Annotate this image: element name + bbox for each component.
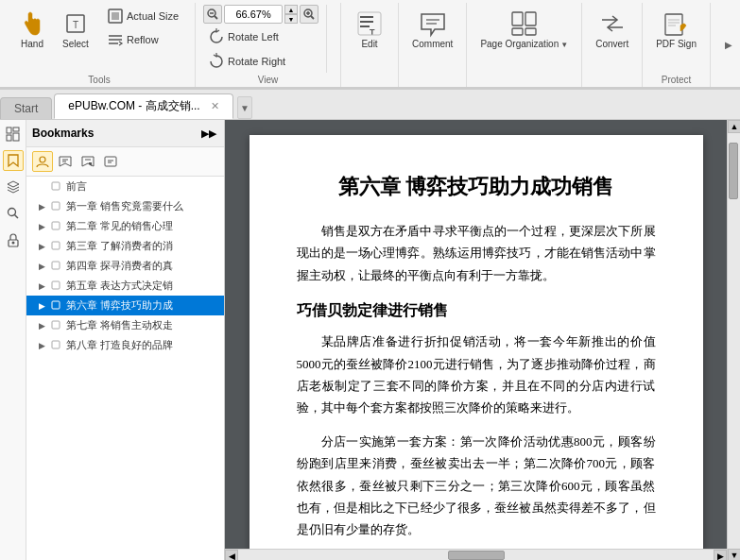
actual-size-button[interactable]: Actual Size xyxy=(102,5,183,27)
sidebar: Bookmarks ▶▶ xyxy=(26,120,225,560)
svg-text:T: T xyxy=(73,20,78,30)
zoom-spin-up[interactable]: ▲ xyxy=(284,5,298,14)
sidebar-item-ch7[interactable]: ▶ 第七章 将销售主动权走 xyxy=(26,315,224,335)
sidebar-item-ch8[interactable]: ▶ 第八章 打造良好的品牌 xyxy=(26,335,224,355)
zoom-spin-down[interactable]: ▼ xyxy=(284,14,298,24)
sidebar-item-ch3[interactable]: ▶ 第三章 了解消费者的消 xyxy=(26,236,224,256)
svg-point-37 xyxy=(40,157,45,162)
zoom-in-button[interactable] xyxy=(300,5,318,24)
h-scrollbar-thumb[interactable] xyxy=(448,551,505,560)
svg-rect-45 xyxy=(52,202,60,210)
tab-bar: Start ePUBw.COM - 高成交销... ✕ ▼ xyxy=(0,90,740,120)
reflow-button[interactable]: Reflow xyxy=(102,28,183,51)
pdf-sign-label: PDF Sign xyxy=(656,39,697,50)
pdf-sign-button[interactable]: PDF Sign xyxy=(650,5,702,54)
page-org-button[interactable]: Page Organization ▼ xyxy=(474,5,574,54)
svg-point-33 xyxy=(8,209,15,216)
svg-rect-44 xyxy=(52,182,60,190)
tab-epub[interactable]: ePUBw.COM - 高成交销... ✕ xyxy=(54,93,233,119)
page-para-0: 销售是双方在矛盾中寻求平衡点的一个过程，更深层次下所展现出的是一场心理博弈。熟练… xyxy=(297,220,656,286)
pdf-page: 第六章 博弈技巧助力成功销售 销售是双方在矛盾中寻求平衡点的一个过程，更深层次下… xyxy=(250,135,703,549)
hand-tool-label: Hand xyxy=(21,39,43,50)
bm-icon-3[interactable] xyxy=(77,151,98,172)
scroll-down-button[interactable]: ▼ xyxy=(728,549,740,560)
svg-rect-24 xyxy=(525,28,536,35)
sidebar-item-ch6[interactable]: ▶ 第六章 博弈技巧助力成 xyxy=(26,296,224,315)
reflow-label: Reflow xyxy=(127,34,159,45)
svg-rect-3 xyxy=(112,12,119,20)
search-sidebar-icon[interactable] xyxy=(3,203,24,224)
select-tool-button[interactable]: T Select xyxy=(55,5,96,54)
nav-icon[interactable] xyxy=(3,124,24,144)
sidebar-expand-button[interactable]: ▶▶ xyxy=(199,124,218,143)
actual-size-icon xyxy=(107,8,124,25)
hand-tool-button[interactable]: Hand xyxy=(11,5,53,54)
bm-icon-1[interactable] xyxy=(32,151,53,172)
tab-overflow-button[interactable]: ▼ xyxy=(237,96,252,119)
edit-icon: T xyxy=(354,8,385,39)
ribbon-collapse-button[interactable]: ▶ xyxy=(721,17,736,74)
rotate-left-icon xyxy=(208,28,225,45)
page-title: 第六章 博弈技巧助力成功销售 xyxy=(297,173,656,201)
bm-icon-2[interactable] xyxy=(55,151,76,172)
edit-button[interactable]: T Edit xyxy=(349,5,390,54)
bookmark-icon[interactable] xyxy=(3,150,24,171)
sidebar-item-ch5[interactable]: ▶ 第五章 表达方式决定销 xyxy=(26,276,224,296)
svg-rect-14 xyxy=(360,16,373,18)
reflow-icon xyxy=(107,31,124,48)
svg-rect-21 xyxy=(512,12,523,25)
page-org-icon xyxy=(509,8,540,39)
scroll-up-button[interactable]: ▲ xyxy=(728,120,740,133)
tab-start[interactable]: Start xyxy=(0,97,52,119)
svg-rect-32 xyxy=(13,133,19,141)
scroll-left-button[interactable]: ◀ xyxy=(225,550,238,561)
svg-rect-46 xyxy=(52,222,60,229)
rotate-right-label: Rotate Right xyxy=(228,56,285,67)
actual-size-label: Actual Size xyxy=(127,10,179,22)
edit-label: Edit xyxy=(361,39,377,50)
convert-icon xyxy=(597,8,628,39)
sidebar-item-ch4[interactable]: ▶ 第四章 探寻消费者的真 xyxy=(26,256,224,276)
select-icon: T xyxy=(60,8,91,39)
bookmark-list: 前言 ▶ 第一章 销售究竟需要什么 ▶ 第二章 常见的销售心理 ▶ xyxy=(26,177,224,560)
svg-rect-16 xyxy=(360,25,370,27)
rotate-right-button[interactable]: Rotate Right xyxy=(203,50,318,73)
sidebar-item-qianyan[interactable]: 前言 xyxy=(26,177,224,196)
svg-rect-47 xyxy=(52,242,60,249)
section-title: 巧借贝勃定律进行销售 xyxy=(297,301,656,321)
sidebar-item-ch2[interactable]: ▶ 第二章 常见的销售心理 xyxy=(26,216,224,236)
svg-rect-51 xyxy=(52,321,60,329)
scroll-right-button[interactable]: ▶ xyxy=(714,550,727,561)
svg-rect-30 xyxy=(13,127,19,131)
svg-line-9 xyxy=(215,16,217,19)
convert-button[interactable]: Convert xyxy=(590,5,634,54)
tools-group-label: Tools xyxy=(88,73,110,85)
pdf-scroll-area[interactable]: 第六章 博弈技巧助力成功销售 销售是双方在矛盾中寻求平衡点的一个过程，更深层次下… xyxy=(225,120,727,549)
v-scrollbar-thumb[interactable] xyxy=(729,143,738,199)
v-scrollbar[interactable]: ▲ ▼ xyxy=(727,120,740,560)
lock-icon[interactable] xyxy=(3,229,24,250)
comment-button[interactable]: Comment xyxy=(406,5,458,54)
svg-point-36 xyxy=(11,242,14,245)
pdf-sign-icon xyxy=(662,8,692,39)
layers-icon[interactable] xyxy=(3,177,24,197)
comment-label: Comment xyxy=(412,39,453,50)
h-scrollbar[interactable]: ◀ ▶ xyxy=(225,549,727,560)
view-group-label: View xyxy=(258,73,279,85)
protect-label: Protect xyxy=(662,73,692,85)
select-tool-label: Select xyxy=(62,39,89,50)
convert-label: Convert xyxy=(595,39,628,50)
zoom-input[interactable] xyxy=(224,5,283,24)
comment-icon xyxy=(418,8,448,39)
rotate-right-icon xyxy=(208,53,225,70)
sidebar-item-ch1[interactable]: ▶ 第一章 销售究竟需要什么 xyxy=(26,196,224,216)
zoom-out-button[interactable] xyxy=(203,5,222,24)
rotate-left-button[interactable]: Rotate Left xyxy=(203,25,318,48)
left-icon-bar xyxy=(0,120,26,560)
tab-close-button[interactable]: ✕ xyxy=(211,100,219,111)
bm-icon-4[interactable] xyxy=(100,151,121,172)
svg-rect-23 xyxy=(512,28,523,35)
svg-rect-49 xyxy=(52,281,60,289)
page-para-1: 某品牌店准备进行折扣促销活动，将一套今年新推出的价值5000元的蚕丝被降价210… xyxy=(297,331,656,419)
rotate-left-label: Rotate Left xyxy=(228,31,279,42)
